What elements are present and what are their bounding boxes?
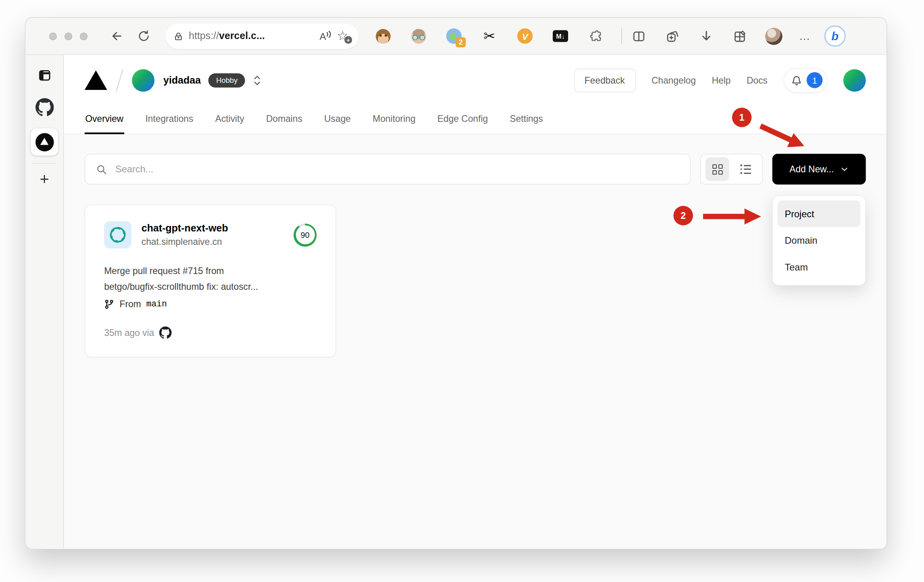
url-host: vercel.c...: [219, 30, 265, 42]
bing-logo: b: [831, 29, 838, 43]
team-switcher-icon[interactable]: [253, 74, 262, 87]
lighthouse-score-ring[interactable]: 90: [294, 223, 317, 246]
extension-icons: 2 ✂ V M↓: [375, 28, 604, 44]
back-button[interactable]: [108, 27, 125, 45]
bell-icon: [791, 74, 802, 86]
lighthouse-score: 90: [296, 226, 314, 244]
project-favicon: [104, 221, 131, 248]
grid-view-button[interactable]: [705, 157, 729, 181]
read-aloud-letter: A: [320, 30, 326, 42]
vercel-nav-tabs: Overview Integrations Activity Domains U…: [64, 105, 887, 134]
changelog-link[interactable]: Changelog: [651, 75, 696, 86]
dropdown-item-project[interactable]: Project: [778, 201, 860, 228]
reload-icon: [137, 30, 150, 43]
extensions-menu-button[interactable]: [588, 28, 604, 44]
github-tab-favicon[interactable]: [35, 98, 54, 117]
tab-activity[interactable]: Activity: [215, 109, 245, 134]
desktop: https://vercel.c... A ☆ + 2 ✂ V M↓: [0, 0, 924, 582]
project-domain[interactable]: chat.simplenaive.cn: [142, 237, 228, 247]
browser-toolbar: https://vercel.c... A ☆ + 2 ✂ V M↓: [26, 18, 887, 55]
browser-window: https://vercel.c... A ☆ + 2 ✂ V M↓: [26, 18, 887, 549]
toolbar-divider: [621, 28, 622, 44]
url-text[interactable]: https://vercel.c...: [189, 30, 314, 42]
tab-usage[interactable]: Usage: [324, 109, 351, 134]
bing-chat-button[interactable]: b: [825, 26, 846, 47]
back-arrow-icon: [110, 29, 124, 43]
tab-domains[interactable]: Domains: [266, 109, 303, 134]
minimize-window-button[interactable]: [65, 32, 73, 40]
search-icon: [96, 164, 107, 175]
extension-badge: 2: [456, 37, 466, 48]
branch-name[interactable]: main: [146, 299, 167, 309]
split-screen-button[interactable]: [632, 29, 647, 44]
collections-button[interactable]: [733, 29, 748, 44]
more-menu-button[interactable]: …: [799, 30, 812, 43]
docs-link[interactable]: Docs: [747, 75, 768, 86]
tab-overview[interactable]: Overview: [85, 109, 124, 134]
tab-integrations[interactable]: Integrations: [145, 109, 194, 134]
puzzle-icon: [589, 29, 603, 43]
add-new-dropdown: Project Domain Team: [772, 195, 866, 286]
feedback-button[interactable]: Feedback: [574, 68, 636, 92]
notification-count-badge: 1: [807, 72, 823, 88]
close-window-button[interactable]: [49, 32, 57, 40]
view-toggle-group: [700, 154, 763, 185]
sound-waves-icon: [326, 30, 332, 39]
markdown-extension-icon[interactable]: M↓: [553, 28, 568, 44]
sidebar-toggle-button[interactable]: [37, 68, 52, 83]
proxy-extension-icon[interactable]: 2: [446, 28, 462, 44]
project-name[interactable]: chat-gpt-next-web: [142, 222, 228, 234]
notifications-button[interactable]: 1: [784, 68, 827, 93]
downloads-button[interactable]: [699, 29, 714, 44]
branch-row: From main: [104, 299, 317, 310]
github-icon: [159, 326, 172, 339]
v-extension-icon[interactable]: V: [517, 28, 533, 44]
deploy-time: 35m ago via: [104, 328, 154, 338]
lock-icon: [174, 31, 184, 41]
list-view-icon: [741, 164, 751, 173]
reload-button[interactable]: [135, 27, 153, 45]
tab-monitoring[interactable]: Monitoring: [372, 109, 416, 134]
vercel-favicon: [35, 133, 54, 151]
tampermonkey-extension-icon[interactable]: [375, 28, 391, 44]
read-aloud-button[interactable]: A: [320, 30, 331, 42]
add-new-label: Add New...: [789, 164, 834, 175]
translate-extension-icon[interactable]: [411, 28, 426, 44]
browser-profile-avatar[interactable]: [765, 28, 783, 45]
chevron-down-icon: [840, 165, 849, 173]
git-branch-icon: [104, 299, 114, 310]
project-search[interactable]: [85, 154, 691, 185]
browser-tool-icons: [632, 29, 748, 44]
search-input[interactable]: [116, 164, 680, 175]
help-link[interactable]: Help: [712, 75, 731, 86]
sidebar-separator: [33, 163, 56, 164]
dropdown-item-team[interactable]: Team: [778, 254, 860, 281]
list-view-button[interactable]: [734, 157, 758, 181]
branch-prefix: From: [120, 299, 141, 310]
tab-edge-config[interactable]: Edge Config: [437, 109, 488, 134]
add-new-button[interactable]: Add New...: [772, 154, 866, 185]
user-avatar[interactable]: [844, 69, 866, 91]
scissors-icon: ✂: [483, 29, 495, 43]
tab-settings[interactable]: Settings: [509, 109, 544, 134]
dropdown-item-domain[interactable]: Domain: [778, 227, 860, 254]
vercel-tab-active[interactable]: [31, 129, 58, 156]
window-controls[interactable]: [49, 32, 88, 40]
add-favorite-button[interactable]: ☆ +: [337, 29, 351, 43]
add-tab-group-button[interactable]: [665, 29, 680, 44]
project-card[interactable]: chat-gpt-next-web chat.simplenaive.cn 90…: [85, 205, 337, 357]
breadcrumb-divider: [116, 69, 123, 91]
plan-badge: Hobby: [208, 73, 245, 87]
new-tab-button[interactable]: +: [40, 172, 49, 188]
address-bar[interactable]: https://vercel.c... A ☆ +: [166, 23, 359, 49]
commit-line-1: Merge pull request #715 from: [104, 263, 317, 279]
zoom-window-button[interactable]: [80, 32, 88, 40]
grid-view-icon: [712, 164, 722, 174]
vercel-logo[interactable]: [85, 71, 107, 90]
browser-sidebar: +: [26, 55, 64, 548]
team-name[interactable]: yidadaa: [163, 74, 201, 86]
commit-message[interactable]: Merge pull request #715 from betgo/bugfi…: [104, 263, 317, 295]
team-avatar[interactable]: [132, 69, 155, 91]
vercel-header: yidadaa Hobby Feedback Changelog Help Do…: [64, 55, 887, 134]
clipper-extension-icon[interactable]: ✂: [482, 28, 497, 44]
